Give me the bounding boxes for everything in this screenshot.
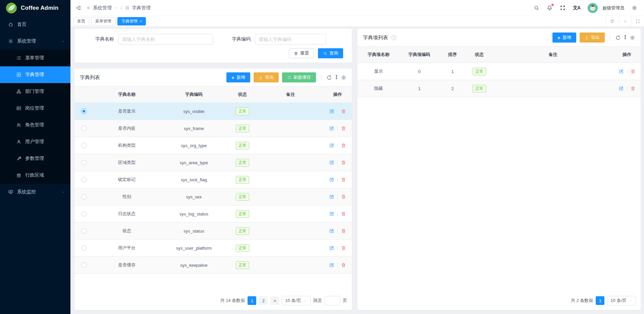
search-icon[interactable] bbox=[534, 5, 539, 11]
delete-icon[interactable] bbox=[341, 177, 346, 182]
table-row[interactable]: 是否显示 sys_visible 正常 bbox=[74, 103, 352, 120]
cell-dict-code: sys_status bbox=[160, 223, 227, 240]
edit-icon[interactable] bbox=[329, 126, 334, 131]
sidebar-item-region[interactable]: 行政区域 bbox=[0, 167, 70, 184]
sidebar-item-home[interactable]: 首页 bbox=[0, 16, 70, 33]
sidebar-item-user-mgmt[interactable]: 用户管理 bbox=[0, 133, 70, 150]
delete-icon[interactable] bbox=[341, 211, 346, 216]
refresh-tab-icon[interactable] bbox=[606, 16, 619, 26]
delete-icon[interactable] bbox=[630, 69, 636, 74]
delete-icon[interactable] bbox=[341, 228, 346, 234]
table-row[interactable]: 隐藏 1 2 正常 bbox=[358, 80, 641, 97]
reset-button[interactable]: 重置 bbox=[289, 48, 314, 58]
density-icon[interactable]: I bbox=[624, 35, 626, 40]
sidebar-collapse-icon[interactable] bbox=[76, 5, 82, 11]
dict-code-input[interactable] bbox=[255, 34, 326, 45]
reload-table-icon[interactable] bbox=[326, 75, 332, 80]
column-settings-gear-icon[interactable] bbox=[630, 35, 635, 41]
delete-icon[interactable] bbox=[341, 262, 346, 268]
table-row[interactable]: 状态 sys_status 正常 bbox=[74, 223, 352, 240]
edit-icon[interactable] bbox=[329, 143, 334, 148]
sidebar-item-menu-mgmt[interactable]: 菜单管理 bbox=[0, 50, 70, 66]
export-item-button[interactable]: 导出 bbox=[580, 33, 605, 43]
maximize-content-icon[interactable] bbox=[631, 16, 644, 26]
refresh-cache-button[interactable]: 刷新缓存 bbox=[282, 72, 316, 82]
row-radio[interactable] bbox=[81, 177, 87, 182]
table-row[interactable]: 锁定标记 sys_lock_flag 正常 bbox=[74, 171, 352, 188]
row-radio[interactable] bbox=[81, 160, 87, 165]
edit-icon[interactable] bbox=[329, 262, 334, 268]
reload-table-icon[interactable] bbox=[615, 35, 621, 41]
sidebar-item-system-mgmt[interactable]: 系统管理 bbox=[0, 33, 70, 50]
export-dict-button[interactable]: 导出 bbox=[254, 72, 279, 82]
row-radio[interactable] bbox=[81, 245, 87, 251]
row-radio[interactable] bbox=[81, 228, 87, 234]
table-row[interactable]: 性别 sys_sex 正常 bbox=[74, 188, 352, 205]
table-row[interactable]: 机构类型 sys_org_type 正常 bbox=[74, 137, 352, 154]
delete-icon[interactable] bbox=[341, 194, 346, 199]
row-radio[interactable] bbox=[81, 211, 87, 216]
page-size-select[interactable]: 10 条/页 bbox=[282, 296, 311, 305]
notification-bell[interactable] bbox=[547, 5, 552, 11]
density-icon[interactable]: I bbox=[335, 75, 337, 80]
sidebar-item-param-mgmt[interactable]: 参数管理 bbox=[0, 150, 70, 167]
add-item-button[interactable]: + 新增 bbox=[552, 33, 576, 43]
column-settings-gear-icon[interactable] bbox=[341, 75, 346, 80]
tab-menu-chevron-icon[interactable] bbox=[619, 16, 631, 26]
sidebar-item-system-monitor[interactable]: 系统监控 bbox=[0, 184, 70, 200]
delete-icon[interactable] bbox=[341, 245, 346, 251]
delete-icon[interactable] bbox=[341, 143, 346, 148]
plus-icon: + bbox=[557, 35, 560, 40]
tab-menu-mgmt[interactable]: 菜单管理 bbox=[91, 17, 115, 25]
row-radio[interactable] bbox=[81, 194, 87, 199]
username[interactable]: 超级管理员 bbox=[602, 5, 624, 11]
close-icon[interactable]: × bbox=[140, 19, 142, 23]
edit-icon[interactable] bbox=[329, 109, 334, 114]
table-row[interactable]: 用户平台 sys_user_platform 正常 bbox=[74, 240, 352, 257]
delete-icon[interactable] bbox=[630, 86, 636, 91]
dict-name-input[interactable] bbox=[118, 34, 213, 45]
tab-dict-mgmt[interactable]: 字典管理 × bbox=[117, 17, 146, 25]
page-size-select[interactable]: 10 条/页 bbox=[607, 296, 636, 305]
edit-icon[interactable] bbox=[329, 228, 334, 234]
delete-icon[interactable] bbox=[341, 109, 346, 114]
table-row[interactable]: 是否缓存 sys_keepalive 正常 bbox=[74, 257, 352, 274]
sidebar-item-dict-mgmt[interactable]: 字典管理 bbox=[0, 66, 70, 83]
query-button[interactable]: 查询 bbox=[318, 48, 343, 58]
row-radio-checked[interactable] bbox=[81, 109, 87, 114]
add-dict-button[interactable]: + 新增 bbox=[226, 72, 250, 82]
avatar[interactable] bbox=[588, 3, 598, 13]
page-button-1[interactable]: 1 bbox=[248, 296, 256, 305]
edit-icon[interactable] bbox=[329, 211, 334, 216]
table-row[interactable]: 日志状态 sys_log_status 正常 bbox=[74, 205, 352, 223]
edit-icon[interactable] bbox=[329, 160, 334, 165]
cell-dict-code: sys_user_platform bbox=[160, 240, 227, 257]
edit-icon[interactable] bbox=[329, 194, 334, 199]
breadcrumb-current: 字典管理 bbox=[132, 5, 151, 11]
jump-page-input[interactable] bbox=[325, 296, 340, 305]
page-button-1[interactable]: 1 bbox=[596, 296, 604, 305]
translate-icon[interactable]: 文A bbox=[573, 5, 580, 11]
sidebar-item-post-mgmt[interactable]: 岗位管理 bbox=[0, 100, 70, 117]
breadcrumb-root[interactable]: 系统管理 bbox=[93, 5, 112, 11]
row-radio[interactable] bbox=[81, 262, 87, 268]
row-radio[interactable] bbox=[81, 126, 87, 131]
delete-icon[interactable] bbox=[341, 160, 346, 165]
table-row[interactable]: 显示 0 1 正常 bbox=[358, 63, 641, 80]
delete-icon[interactable] bbox=[341, 126, 346, 131]
table-row[interactable]: 区域类型 sys_area_type 正常 bbox=[74, 154, 352, 171]
edit-icon[interactable] bbox=[619, 86, 624, 91]
sidebar-item-dept-mgmt[interactable]: 部门管理 bbox=[0, 83, 70, 100]
sidebar-item-role-mgmt[interactable]: 角色管理 bbox=[0, 117, 70, 133]
edit-icon[interactable] bbox=[329, 245, 334, 251]
row-radio[interactable] bbox=[81, 143, 87, 148]
cell-item-sort: 2 bbox=[439, 80, 466, 97]
settings-gear-icon[interactable] bbox=[632, 5, 637, 11]
page-button-2[interactable]: 2 bbox=[259, 296, 268, 305]
edit-icon[interactable] bbox=[329, 177, 334, 182]
table-row[interactable]: 是否内嵌 sys_frame 正常 bbox=[74, 120, 352, 137]
edit-icon[interactable] bbox=[619, 69, 624, 74]
tab-home[interactable]: 首页 bbox=[73, 17, 89, 25]
fullscreen-icon[interactable] bbox=[560, 5, 566, 11]
next-page-button[interactable]: > bbox=[270, 296, 279, 305]
